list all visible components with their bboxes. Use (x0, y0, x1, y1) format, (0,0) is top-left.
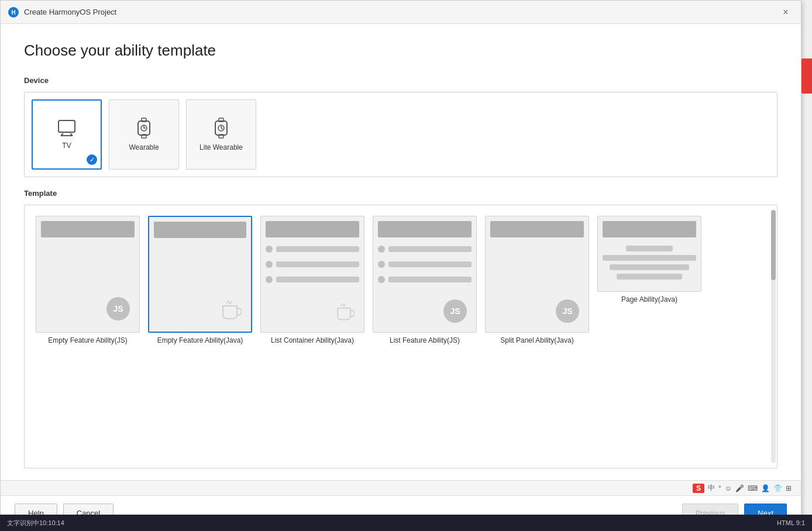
app-icon: H (8, 6, 19, 18)
sougou-emoji-icon: ☺ (725, 484, 732, 492)
list-js-row-2 (378, 261, 472, 268)
sougou-mic-icon: 🎤 (735, 484, 744, 492)
device-card-lite-wearable[interactable]: Lite Wearable (186, 99, 256, 170)
status-bar: 文字识别中10:10:14 HTML 9:1 (0, 515, 812, 531)
device-card-wearable[interactable]: Wearable (109, 99, 179, 170)
device-card-tv[interactable]: TV ✓ (32, 99, 102, 170)
main-window: H Create HarmonyOS Project × Choose your… (0, 0, 801, 531)
sougou-user-icon: 👤 (761, 484, 770, 492)
device-section-label: Device (24, 76, 777, 85)
window-title: Create HarmonyOS Project (24, 8, 777, 16)
device-grid: TV ✓ Wearable (24, 92, 777, 177)
coffee-icon-2 (333, 302, 355, 323)
template-preview-list-container (260, 216, 364, 333)
lite-wearable-label: Lite Wearable (199, 143, 243, 151)
svg-rect-2 (59, 120, 75, 132)
template-card-list-container[interactable]: List Container Ability(Java) (260, 216, 365, 344)
preview-header-2 (154, 222, 246, 238)
sougou-keyboard-icon: ⌨ (748, 484, 758, 492)
wearable-label: Wearable (129, 143, 159, 151)
template-preview-page-ability (597, 216, 701, 292)
template-section-label: Template (24, 189, 777, 198)
tv-icon (56, 119, 77, 137)
template-label-page-ability: Page Ability(Java) (621, 295, 677, 304)
coffee-icon (218, 299, 242, 322)
sougou-bar: S 中 ° ☺ 🎤 ⌨ 👤 👕 ⊞ (1, 480, 801, 495)
list-js-row-3 (378, 276, 472, 283)
template-grid-wrapper: JS Empty Feature Ability(JS) (24, 205, 777, 468)
template-label-list-feature: List Feature Ability(JS) (390, 336, 460, 344)
page-line-title (626, 246, 673, 251)
list-row-3 (266, 276, 359, 283)
js-badge-2: JS (443, 299, 467, 323)
sougou-s-icon: S (693, 484, 704, 493)
title-bar: H Create HarmonyOS Project × (1, 1, 801, 24)
preview-header-3 (266, 221, 359, 237)
side-strip (801, 58, 812, 94)
sougou-zh-icon: 中 (708, 483, 715, 493)
preview-header-6 (603, 221, 696, 237)
template-label-empty-java: Empty Feature Ability(Java) (157, 336, 243, 344)
list-row-2 (266, 261, 359, 268)
template-label-list-container: List Container Ability(Java) (271, 336, 354, 344)
sougou-dot-icon: ° (718, 484, 721, 492)
template-label-empty-js: Empty Feature Ability(JS) (48, 336, 127, 344)
tv-label: TV (62, 142, 71, 150)
device-section: Device TV ✓ (24, 76, 777, 189)
page-line-1 (603, 255, 696, 261)
page-line-2 (610, 264, 689, 270)
lite-wearable-icon (213, 118, 229, 139)
template-grid: JS Empty Feature Ability(JS) (25, 205, 777, 468)
preview-header-5 (490, 221, 584, 237)
template-card-list-feature[interactable]: JS List Feature Ability(JS) (372, 216, 477, 344)
template-card-page-ability[interactable]: Page Ability(Java) (597, 216, 702, 304)
svg-text:H: H (11, 9, 15, 16)
js-badge-3: JS (556, 299, 579, 323)
preview-header-4 (378, 221, 472, 237)
status-right: HTML 9:1 (777, 519, 805, 526)
dialog-content: Choose your ability template Device TV ✓ (1, 24, 801, 480)
page-line-3 (617, 274, 682, 280)
list-js-row-1 (378, 246, 472, 253)
status-left: 文字识别中10:10:14 (7, 519, 64, 527)
preview-body-page (598, 241, 701, 291)
template-card-split-panel[interactable]: JS Split Panel Ability(Java) (484, 216, 590, 344)
wearable-icon (136, 118, 152, 139)
template-card-empty-js[interactable]: JS Empty Feature Ability(JS) (35, 216, 140, 344)
js-badge: JS (106, 297, 130, 320)
selected-checkmark: ✓ (87, 154, 97, 165)
template-section: Template JS Empty Feature Ability(JS) (24, 189, 777, 468)
template-preview-list-feature: JS (373, 216, 477, 333)
template-preview-split-panel: JS (485, 216, 589, 333)
scrollbar-thumb[interactable] (771, 210, 776, 280)
scrollbar-track[interactable] (771, 210, 776, 463)
template-preview-empty-js: JS (36, 216, 140, 333)
sougou-shirt-icon: 👕 (773, 484, 782, 492)
list-row-1 (266, 246, 359, 253)
sougou-grid-icon: ⊞ (786, 484, 792, 492)
template-card-empty-java[interactable]: Empty Feature Ability(Java) (147, 216, 253, 344)
template-label-split-panel: Split Panel Ability(Java) (500, 336, 573, 344)
page-title: Choose your ability template (24, 42, 777, 60)
svg-line-17 (221, 128, 223, 129)
close-button[interactable]: × (777, 4, 794, 20)
template-preview-empty-java (148, 216, 252, 333)
preview-header (41, 221, 135, 237)
